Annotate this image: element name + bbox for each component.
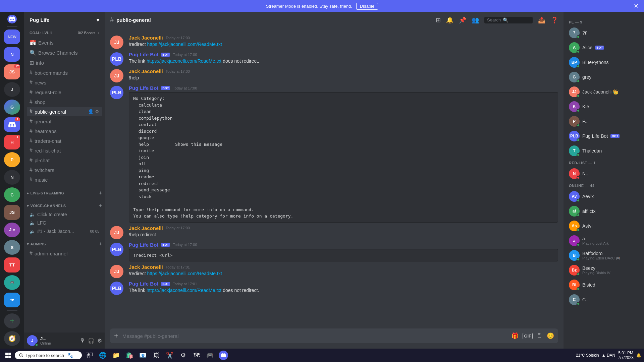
- taskbar-app-store[interactable]: 🛍️: [123, 349, 136, 361]
- server-icon-js2[interactable]: JS: [4, 205, 20, 220]
- add-channel-voice[interactable]: +: [99, 203, 102, 209]
- emoji-icon[interactable]: 😊: [547, 332, 554, 340]
- member-item-qn[interactable]: ? ?ñ: [566, 25, 641, 40]
- mute-icon[interactable]: 🎙: [80, 338, 85, 344]
- server-icon-map[interactable]: 🗺: [4, 293, 20, 307]
- channel-item-traders-chat[interactable]: # traders-chat: [27, 136, 102, 145]
- taskbar-app-discord[interactable]: [217, 349, 229, 361]
- channel-item-twitchers[interactable]: # twitchers: [27, 165, 102, 175]
- server-icon-disc[interactable]: 1: [4, 117, 20, 132]
- channel-item-news[interactable]: # news: [27, 78, 102, 87]
- disable-streamer-mode-button[interactable]: Disable: [356, 3, 378, 10]
- channel-item-red-list-chat[interactable]: # red-list-chat: [27, 146, 102, 155]
- add-channel-live-streaming[interactable]: +: [99, 190, 102, 196]
- sticker-icon[interactable]: 🗒: [537, 333, 543, 340]
- explore-servers-button[interactable]: 🧭: [4, 331, 20, 346]
- taskbar-app-settings[interactable]: ⚙: [177, 349, 189, 361]
- server-icon-p[interactable]: P: [4, 152, 20, 167]
- message-link-8[interactable]: https://jackjaconelli.com/ReadMe.txt: [147, 288, 221, 293]
- channel-item-music[interactable]: # music: [27, 175, 102, 184]
- server-icon-s[interactable]: S: [4, 240, 20, 255]
- notifications-icon[interactable]: 🔔: [446, 16, 453, 24]
- help-icon[interactable]: ❓: [551, 16, 558, 24]
- channel-item-public-general[interactable]: # public-general 👤 ⚙: [27, 107, 102, 116]
- member-item-a[interactable]: a a... Playing Lost Ark: [566, 233, 641, 248]
- inbox-icon[interactable]: 📥: [538, 16, 545, 24]
- gif-icon[interactable]: GIF: [523, 333, 533, 339]
- member-item-p[interactable]: P P...: [566, 114, 641, 129]
- channel-item-heatmaps[interactable]: # heatmaps: [27, 126, 102, 136]
- member-item-c[interactable]: C C...: [566, 292, 641, 307]
- user-settings-icon[interactable]: ⚙: [97, 338, 102, 344]
- add-server-button[interactable]: +: [4, 313, 20, 328]
- category-admins[interactable]: ▾ ADMINS +: [24, 236, 105, 248]
- server-icon-n2[interactable]: N: [4, 170, 20, 185]
- server-header[interactable]: Pug Life ▾: [24, 12, 105, 28]
- taskbar-app-photos[interactable]: 🖼: [150, 349, 162, 361]
- close-streamer-bar-button[interactable]: ✕: [634, 2, 639, 10]
- channel-item-request-role[interactable]: # request-role: [27, 87, 102, 97]
- category-voice-channels[interactable]: ▾ VOICE-CHANNELS +: [24, 197, 105, 210]
- server-icon-j[interactable]: J: [4, 82, 20, 97]
- add-attachment-button[interactable]: +: [114, 331, 118, 340]
- channel-item-pl-chat[interactable]: # pl-chat: [27, 156, 102, 165]
- member-item-kie[interactable]: K Kie: [566, 99, 641, 114]
- member-item-alice[interactable]: A Alice BOT: [566, 40, 641, 55]
- taskbar-app-mail[interactable]: 📧: [137, 349, 149, 361]
- channel-item-info[interactable]: ⊞ info: [27, 58, 102, 68]
- message-link-2[interactable]: https://jackjaconelli.com/ReadMe.txt: [147, 58, 221, 64]
- member-item-aevix[interactable]: Av Aevix: [566, 189, 641, 204]
- member-item-bluepythons[interactable]: BP BluePythons: [566, 55, 641, 70]
- server-icon-game2[interactable]: 🎮: [4, 275, 20, 290]
- add-member-icon[interactable]: 👤: [88, 109, 94, 114]
- channel-item-shop[interactable]: # shop: [27, 97, 102, 107]
- taskbar-app-snip[interactable]: ✂️: [164, 349, 176, 361]
- threads-icon[interactable]: ⊞: [436, 16, 441, 24]
- member-item-n[interactable]: N N...: [566, 166, 641, 181]
- server-icon-js[interactable]: JS 17: [4, 64, 20, 79]
- server-icon-game[interactable]: G: [4, 100, 20, 114]
- notification-center-icon[interactable]: 🔔: [636, 353, 641, 358]
- member-item-baffodoro[interactable]: B Baffodoro Playing Eden DAoC 🎮: [566, 248, 641, 263]
- member-item-grey[interactable]: G grey: [566, 70, 641, 84]
- member-item-jack[interactable]: JJ Jack Jaconelli 👑: [566, 84, 641, 99]
- discord-home-button[interactable]: [7, 15, 17, 23]
- members-list-icon[interactable]: 👥: [472, 16, 479, 24]
- start-button[interactable]: [3, 351, 13, 359]
- voice-channel-1-jack[interactable]: 🔈 #1 - Jack Jacon... 00 05: [27, 227, 102, 235]
- message-input[interactable]: [122, 333, 507, 339]
- member-item-beezy[interactable]: Bz Beezy Playing Diablo IV: [566, 263, 641, 278]
- taskbar-app-edge[interactable]: 🌐: [97, 349, 109, 361]
- channel-item-bot-commands[interactable]: # bot-commands: [27, 68, 102, 77]
- server-icon-jc[interactable]: J.c: [4, 223, 20, 237]
- member-item-plb[interactable]: PLB Pug Life Bot BOT: [566, 129, 641, 143]
- channel-item-admin-channel[interactable]: # admin-channel: [27, 249, 102, 258]
- taskbar-search[interactable]: Type here to search 🐾: [15, 351, 82, 359]
- channel-item-events[interactable]: 📅 Events: [27, 38, 102, 48]
- taskbar-app-map[interactable]: 🗺: [191, 349, 203, 361]
- server-icon-c[interactable]: C: [4, 187, 20, 202]
- server-icon-n[interactable]: N: [4, 47, 20, 62]
- message-link-7[interactable]: https://jackjaconelli.com/ReadMe.txt: [147, 271, 222, 276]
- channel-item-browse[interactable]: 🔍 Browse Channels: [27, 48, 102, 58]
- deafen-icon[interactable]: 🎧: [88, 338, 95, 344]
- member-item-thaledan[interactable]: T Thaledan: [566, 143, 641, 158]
- message-link-1[interactable]: https://jackjaconelli.com/ReadMe.txt: [147, 42, 222, 47]
- pin-icon[interactable]: 📌: [459, 16, 466, 24]
- settings-icon[interactable]: ⚙: [95, 109, 99, 114]
- member-item-astvi[interactable]: As Astvi: [566, 219, 641, 233]
- add-channel-admins[interactable]: +: [99, 241, 102, 247]
- server-icon-new[interactable]: NEW: [4, 29, 20, 44]
- member-item-afflictx[interactable]: af afflictx: [566, 204, 641, 219]
- search-box[interactable]: Search 🔍: [484, 17, 533, 23]
- taskbar-app-explorer[interactable]: 📁: [110, 349, 122, 361]
- voice-channel-click-to-create[interactable]: 🔈 Click to create: [27, 210, 102, 219]
- server-icon-tt[interactable]: TT: [4, 257, 20, 272]
- taskbar-app-taskview[interactable]: [83, 349, 95, 361]
- gift-icon[interactable]: 🎁: [511, 332, 519, 340]
- member-item-bisted[interactable]: Bi Bisted: [566, 278, 641, 292]
- category-live-streaming[interactable]: ▸ LIVE-STREAMING +: [24, 185, 105, 197]
- channel-item-general[interactable]: # general: [27, 117, 102, 126]
- taskbar-app-game[interactable]: 🎮: [204, 349, 216, 361]
- voice-channel-lfg[interactable]: 🔈 LFG: [27, 219, 102, 227]
